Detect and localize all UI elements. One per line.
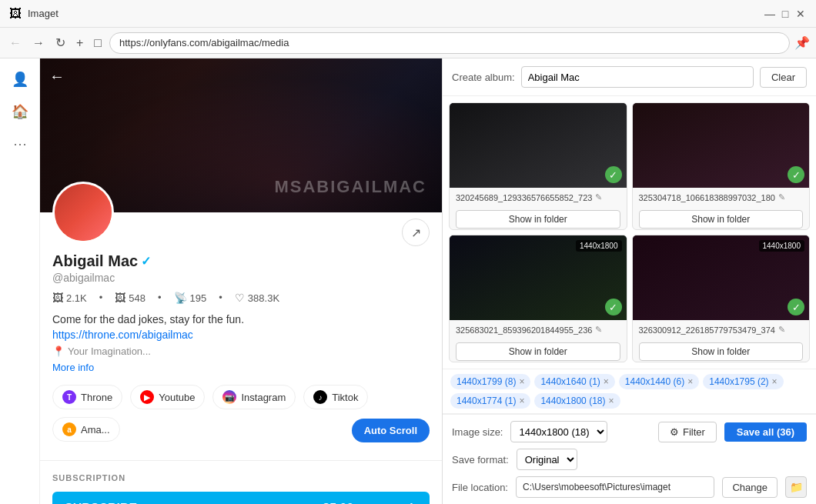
minimize-button[interactable]: — [764, 8, 776, 20]
streams-stat: 📡 195 [174, 292, 207, 304]
chip-close-icon[interactable]: × [519, 396, 524, 406]
subscription-label: SUBSCRIPTION [52, 473, 430, 482]
check-icon[interactable]: ✓ [605, 166, 622, 183]
album-label: Create album: [452, 72, 515, 83]
bottom-controls: Image size: 1440x1800 (18) ⚙ Filter Save… [443, 414, 816, 504]
maximize-button[interactable]: □ [779, 8, 791, 20]
save-format-label: Save format: [452, 454, 509, 466]
instagram-link[interactable]: 📷 Instagram [212, 385, 296, 409]
user-icon[interactable]: 👤 [12, 71, 28, 88]
verified-icon: ✓ [141, 254, 151, 269]
filter-chips: 1440x1799 (8) × 1440x1640 (1) × 1440x144… [443, 369, 816, 414]
show-in-folder-button[interactable]: Show in folder [639, 342, 804, 361]
image-thumb: ✓ [633, 103, 810, 188]
refresh-button[interactable]: ↻ [52, 32, 69, 53]
sidebar-icons: 👤 🏠 ⋯ [0, 58, 40, 504]
image-info: 325304718_106618388997032_180 ✎ [633, 188, 810, 207]
left-panel: 👤 🏠 ⋯ ← MSABIGAILMAC ↗ [0, 58, 443, 504]
show-in-folder-button[interactable]: Show in folder [456, 210, 620, 229]
amazon-link[interactable]: a Ama... [52, 417, 120, 442]
filter-chip[interactable]: 1440x1799 (8) × [450, 374, 530, 389]
url-bar[interactable] [109, 32, 790, 54]
chip-close-icon[interactable]: × [687, 376, 693, 387]
image-name: 325304718_106618388997032_180 ✎ [639, 192, 804, 202]
profile-link[interactable]: https://throne.com/abigailmac [52, 329, 430, 341]
filter-chip[interactable]: 1440x1800 (18) × [534, 393, 620, 409]
image-card: 1440x1800 ✓ 325683021_859396201844955_23… [449, 235, 627, 362]
filter-chip[interactable]: 1440x1640 (1) × [534, 374, 614, 389]
image-card: ✓ 325304718_106618388997032_180 ✎ Show i… [632, 102, 811, 230]
browser-bar: ← → ↻ + □ 📌 [0, 28, 816, 58]
open-folder-button[interactable]: 📁 [785, 476, 807, 498]
instagram-icon: 📷 [222, 390, 236, 404]
filter-chip[interactable]: 1440x1774 (1) × [450, 393, 530, 409]
save-all-button[interactable]: Save all (36) [724, 422, 807, 442]
clear-button[interactable]: Clear [760, 67, 807, 88]
save-format-select[interactable]: Original [517, 449, 577, 470]
tiktok-icon: ♪ [313, 390, 327, 404]
subscribe-button[interactable]: SUBSCRIBE $5.99 per month [52, 492, 430, 504]
edit-icon[interactable]: ✎ [778, 192, 785, 202]
album-name-input[interactable] [521, 66, 754, 88]
profile-location: 📍 Your Imagination... [52, 345, 430, 357]
posts-stat: 🖼 2.1K [52, 292, 87, 304]
image-card: 1440x1800 ✓ 326300912_226185779753479_37… [632, 235, 811, 362]
image-card: ✓ 320245689_129336576655852_723 ✎ Show i… [449, 102, 627, 230]
location-icon: 📍 [52, 345, 65, 357]
check-icon[interactable]: ✓ [605, 299, 622, 315]
back-icon[interactable]: ← [49, 68, 65, 85]
image-thumb: 1440x1800 ✓ [450, 235, 627, 320]
youtube-link[interactable]: ▶ Youtube [130, 385, 205, 409]
image-size-label: Image size: [452, 426, 503, 438]
image-info: 320245689_129336576655852_723 ✎ [450, 188, 627, 207]
titlebar: 🖼 Imaget — □ ✕ [0, 0, 816, 28]
check-icon[interactable]: ✓ [788, 166, 804, 183]
forward-button[interactable]: → [29, 33, 48, 53]
likes-stat: ♡ 388.3K [235, 292, 279, 304]
amazon-icon: a [62, 422, 76, 436]
filter-button[interactable]: ⚙ Filter [658, 422, 717, 442]
home-button[interactable]: □ [91, 33, 105, 53]
new-tab-button[interactable]: + [73, 33, 86, 53]
image-thumb: ✓ [450, 103, 627, 188]
avatar [52, 182, 114, 243]
dots-icon[interactable]: ⋯ [13, 135, 27, 152]
throne-icon: T [62, 390, 76, 404]
image-size-select[interactable]: 1440x1800 (18) [510, 421, 607, 442]
edit-icon[interactable]: ✎ [595, 325, 602, 335]
show-in-folder-button[interactable]: Show in folder [456, 342, 620, 361]
share-button[interactable]: ↗ [402, 219, 430, 246]
image-name: 326300912_226185779753479_374 ✎ [639, 325, 804, 335]
home-icon[interactable]: 🏠 [12, 103, 28, 120]
show-in-folder-button[interactable]: Show in folder [639, 210, 804, 229]
filter-chip[interactable]: 1440x1795 (2) × [703, 374, 783, 389]
right-panel: Create album: Clear ✓ 320245689_12933657… [443, 58, 816, 504]
image-info: 326300912_226185779753479_374 ✎ [633, 320, 810, 339]
app-icon: 🖼 [9, 7, 22, 21]
cover-watermark: MSABIGAILMAC [274, 177, 426, 197]
chip-close-icon[interactable]: × [604, 376, 609, 387]
subscription-section: SUBSCRIPTION SUBSCRIBE $5.99 per month [40, 460, 442, 504]
chip-close-icon[interactable]: × [608, 396, 614, 406]
image-name: 325683021_859396201844955_236 ✎ [456, 325, 620, 335]
profile-handle: @abigailmac [52, 272, 430, 284]
chip-close-icon[interactable]: × [519, 376, 524, 387]
youtube-icon: ▶ [140, 390, 154, 404]
auto-scroll-button[interactable]: Auto Scroll [352, 419, 430, 442]
image-dimensions: 1440x1800 [759, 240, 805, 252]
file-row: File location: Change 📁 [452, 476, 807, 498]
throne-link[interactable]: T Throne [52, 385, 122, 409]
close-button[interactable]: ✕ [794, 8, 807, 20]
profile-name: Abigail Mac ✓ [52, 252, 430, 270]
chip-close-icon[interactable]: × [772, 376, 778, 387]
back-button[interactable]: ← [6, 33, 25, 53]
edit-icon[interactable]: ✎ [778, 325, 785, 335]
pin-icon[interactable]: 📌 [794, 35, 810, 50]
check-icon[interactable]: ✓ [788, 299, 804, 315]
filter-chip[interactable]: 1440x1440 (6) × [619, 374, 699, 389]
tiktok-link[interactable]: ♪ Tiktok [303, 385, 368, 409]
more-info-link[interactable]: More info [52, 362, 94, 373]
file-path-input[interactable] [516, 476, 714, 498]
edit-icon[interactable]: ✎ [595, 192, 602, 202]
change-button[interactable]: Change [722, 477, 778, 498]
